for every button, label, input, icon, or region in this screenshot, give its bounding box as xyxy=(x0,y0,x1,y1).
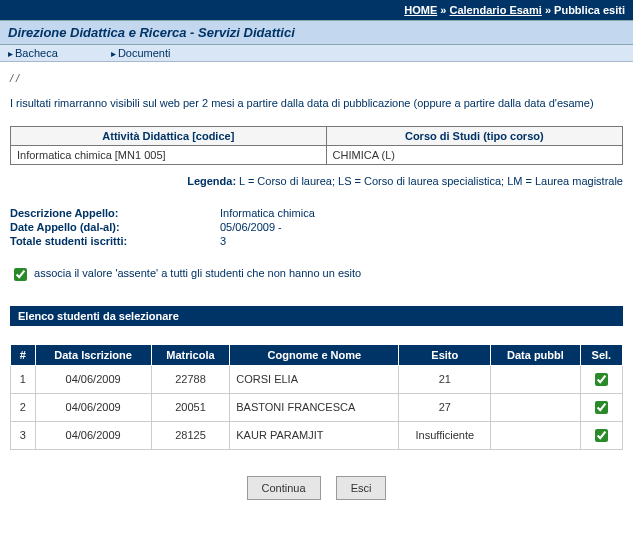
breadcrumb-slashes: / / xyxy=(10,72,623,84)
menu-bacheca-label: Bacheca xyxy=(15,47,58,59)
th-name: Cognome e Nome xyxy=(230,344,399,365)
select-row-checkbox[interactable] xyxy=(595,429,608,442)
students-table: # Data Iscrizione Matricola Cognome e No… xyxy=(10,344,623,450)
th-pub: Data pubbl xyxy=(491,344,581,365)
absent-checkbox-label: associa il valore 'assente' a tutti gli … xyxy=(34,267,361,279)
th-course: Corso di Studi (tipo corso) xyxy=(326,126,622,145)
table-row: 304/06/200928125KAUR PARAMJITInsufficien… xyxy=(11,421,623,449)
total-label: Totale studenti iscritti: xyxy=(10,235,220,247)
expand-icon: ▸ xyxy=(8,48,13,59)
th-esito: Esito xyxy=(399,344,491,365)
desc-label: Descrizione Appello: xyxy=(10,207,220,219)
cell-esito: 27 xyxy=(399,393,491,421)
cell-pub xyxy=(491,421,581,449)
intro-text: I risultati rimarranno visibili sul web … xyxy=(10,96,623,112)
cell-pub xyxy=(491,393,581,421)
cell-name: CORSI ELIA xyxy=(230,365,399,393)
cell-num: 2 xyxy=(11,393,36,421)
total-value: 3 xyxy=(220,235,226,247)
menu-bar: ▸Bacheca ▸Documenti xyxy=(0,45,633,62)
cell-mat: 22788 xyxy=(151,365,230,393)
cell-num: 1 xyxy=(11,365,36,393)
menu-documenti-label: Documenti xyxy=(118,47,171,59)
nav-sep: » xyxy=(545,4,551,16)
nav-current: Pubblica esiti xyxy=(554,4,625,16)
legend: Legenda: L = Corso di laurea; LS = Corso… xyxy=(10,175,623,187)
th-date: Data Iscrizione xyxy=(35,344,151,365)
esci-button[interactable]: Esci xyxy=(336,476,387,500)
select-row-checkbox[interactable] xyxy=(595,373,608,386)
legend-text: L = Corso di laurea; LS = Corso di laure… xyxy=(236,175,623,187)
appello-details: Descrizione Appello: Informatica chimica… xyxy=(10,207,623,247)
nav-calendar-link[interactable]: Calendario Esami xyxy=(450,4,542,16)
expand-icon: ▸ xyxy=(111,48,116,59)
cell-num: 3 xyxy=(11,421,36,449)
cell-mat: 20051 xyxy=(151,393,230,421)
select-row-checkbox[interactable] xyxy=(595,401,608,414)
menu-bacheca[interactable]: ▸Bacheca xyxy=(8,47,58,59)
td-course: CHIMICA (L) xyxy=(326,145,622,164)
dates-label: Date Appello (dal-al): xyxy=(10,221,220,233)
course-info-table: Attività Didattica [codice] Corso di Stu… xyxy=(10,126,623,165)
cell-sel xyxy=(580,393,622,421)
continua-button[interactable]: Continua xyxy=(247,476,321,500)
cell-esito: 21 xyxy=(399,365,491,393)
cell-sel xyxy=(580,421,622,449)
th-mat: Matricola xyxy=(151,344,230,365)
students-section-header: Elenco studenti da selezionare xyxy=(10,306,623,326)
th-activity: Attività Didattica [codice] xyxy=(11,126,327,145)
cell-date: 04/06/2009 xyxy=(35,421,151,449)
nav-home-link[interactable]: HOME xyxy=(404,4,437,16)
table-row: 104/06/200922788CORSI ELIA21 xyxy=(11,365,623,393)
absent-checkbox[interactable] xyxy=(14,268,27,281)
cell-esito: Insufficiente xyxy=(399,421,491,449)
cell-pub xyxy=(491,365,581,393)
menu-documenti[interactable]: ▸Documenti xyxy=(111,47,171,59)
absent-checkbox-row: associa il valore 'assente' a tutti gli … xyxy=(10,265,623,284)
cell-name: BASTONI FRANCESCA xyxy=(230,393,399,421)
dates-value: 05/06/2009 - xyxy=(220,221,282,233)
cell-date: 04/06/2009 xyxy=(35,393,151,421)
nav-sep: » xyxy=(440,4,446,16)
cell-date: 04/06/2009 xyxy=(35,365,151,393)
td-activity: Informatica chimica [MN1 005] xyxy=(11,145,327,164)
cell-name: KAUR PARAMJIT xyxy=(230,421,399,449)
top-breadcrumb: HOME » Calendario Esami » Pubblica esiti xyxy=(0,0,633,20)
button-row: Continua Esci xyxy=(10,470,623,514)
cell-mat: 28125 xyxy=(151,421,230,449)
desc-value: Informatica chimica xyxy=(220,207,315,219)
legend-label: Legenda: xyxy=(187,175,236,187)
page-title: Direzione Didattica e Ricerca - Servizi … xyxy=(0,20,633,45)
th-sel: Sel. xyxy=(580,344,622,365)
th-num: # xyxy=(11,344,36,365)
cell-sel xyxy=(580,365,622,393)
table-row: 204/06/200920051BASTONI FRANCESCA27 xyxy=(11,393,623,421)
